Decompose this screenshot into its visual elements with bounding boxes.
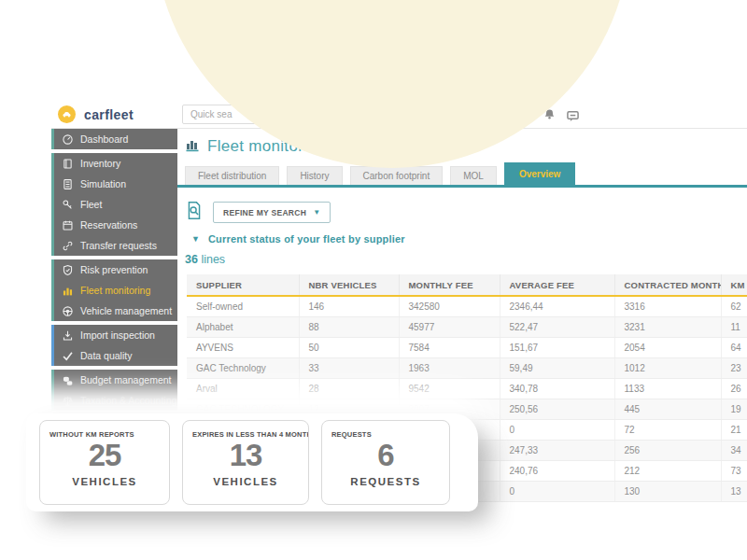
sidebar-item-budget-management[interactable]: Budget management <box>54 370 177 390</box>
sidebar-item-dashboard[interactable]: Dashboard <box>54 129 177 149</box>
table-cell: 2054 <box>614 337 721 357</box>
key-icon <box>61 199 74 211</box>
document-search-icon[interactable] <box>185 201 204 224</box>
sidebar-item-label: Taxation & Accounting <box>80 395 176 406</box>
sidebar-group: Risk preventionFleet monitoringVehicle m… <box>51 259 177 321</box>
chevron-down-icon: ▼ <box>313 208 320 217</box>
table-cell: 342580 <box>399 296 500 316</box>
sidebar-item-label: Reservations <box>80 219 137 231</box>
sidebar-item-inventory[interactable]: Inventory <box>54 153 177 174</box>
steering-wheel-icon <box>61 305 74 317</box>
sidebar-item-label: Inventory <box>80 158 120 169</box>
stat-card-value: 6 <box>322 440 449 470</box>
app-window: carfleet DashboardInventorySimulationFle… <box>0 0 747 560</box>
tab-bar: Fleet distributionHistoryCarbon footprin… <box>185 163 747 185</box>
sidebar-item-import-inspection[interactable]: Import inspection <box>54 325 177 345</box>
sidebar-item-label: Fleet <box>80 199 102 210</box>
table-cell: 23 <box>721 357 747 378</box>
sidebar-item-label: Vehicle management <box>80 305 172 316</box>
stat-card-unit: REQUESTS <box>322 476 449 487</box>
table-cell: 50 <box>299 337 399 357</box>
stat-card-expires-in-less-than-4-months: EXPIRES IN LESS THAN 4 MONTHS13VEHICLES <box>182 420 309 505</box>
table-row[interactable]: GAC Technology33196359,49101223 <box>187 357 747 378</box>
table-cell: 34 <box>721 440 747 460</box>
tab-underline <box>177 185 747 188</box>
sidebar-nav: DashboardInventorySimulationFleetReserva… <box>51 129 177 414</box>
table-cell: 13 <box>721 481 747 501</box>
section-toggle[interactable]: ▼ Current status of your fleet by suppli… <box>191 233 405 245</box>
tab-mol[interactable]: MOL <box>450 166 497 185</box>
table-cell: 62 <box>721 296 747 316</box>
download-icon <box>61 329 74 342</box>
table-row[interactable]: AYVENS507584151,67205464 <box>187 337 747 357</box>
table-cell: GAC Technology <box>187 357 299 378</box>
stat-card-value: 25 <box>40 440 169 470</box>
table-row[interactable]: Arval289542340,78113326 <box>187 378 747 399</box>
link-icon <box>61 240 74 252</box>
table-row[interactable]: Alphabet8845977522,47323111 <box>187 316 747 337</box>
sidebar-item-label: Data quality <box>80 350 132 361</box>
sidebar-item-label: Import inspection <box>80 329 155 341</box>
tab-carbon-footprint[interactable]: Carbon footprint <box>350 166 444 185</box>
table-cell: 19 <box>721 399 747 419</box>
table-cell: 21 <box>721 419 747 440</box>
lines-count-number: 36 <box>185 253 198 266</box>
table-cell: 1963 <box>399 357 500 378</box>
table-cell: 151,67 <box>500 337 614 357</box>
table-cell: Self-owned <box>187 296 299 316</box>
bar-chart-title-icon <box>185 137 201 156</box>
column-header-contracted-months[interactable]: CONTRACTED MONTHS <box>614 274 721 296</box>
sidebar-item-label: Transfer requests <box>80 240 157 251</box>
stat-card-unit: VEHICLES <box>40 476 169 487</box>
table-cell: AYVENS <box>187 337 299 357</box>
sidebar-item-vehicle-management[interactable]: Vehicle management <box>54 301 177 321</box>
chat-icon[interactable] <box>566 109 580 126</box>
dashboard-icon <box>61 133 74 146</box>
column-header-nbr-vehicles[interactable]: NBR VEHICLES <box>299 274 399 296</box>
sidebar-item-risk-prevention[interactable]: Risk prevention <box>54 259 177 280</box>
table-cell: 240,76 <box>500 460 614 481</box>
sidebar-item-reservations[interactable]: Reservations <box>54 215 177 235</box>
carfleet-logo[interactable]: carfleet <box>58 105 134 123</box>
stat-cards: WITHOUT KM REPORTS25VEHICLESEXPIRES IN L… <box>26 413 478 505</box>
column-header-monthly-fee[interactable]: MONTHLY FEE <box>399 274 500 296</box>
sidebar-item-transfer-requests[interactable]: Transfer requests <box>54 235 177 256</box>
sidebar-item-simulation[interactable]: Simulation <box>54 174 177 194</box>
table-cell: 64 <box>721 337 747 357</box>
column-header-km[interactable]: KM <box>721 274 747 296</box>
column-header-supplier[interactable]: SUPPLIER <box>187 274 299 296</box>
brand-name: carfleet <box>84 107 134 122</box>
tab-fleet-distribution[interactable]: Fleet distribution <box>185 166 279 185</box>
stat-card-label: REQUESTS <box>322 421 449 439</box>
table-cell: 256 <box>614 440 721 460</box>
table-cell: Alphabet <box>187 316 299 337</box>
table-cell: 3231 <box>614 316 721 337</box>
sidebar-item-taxation-accounting[interactable]: Taxation & Accounting <box>54 390 177 411</box>
sidebar-item-fleet-monitoring[interactable]: Fleet monitoring <box>54 280 177 301</box>
tab-overview[interactable]: Overview <box>504 162 575 185</box>
table-cell: 3316 <box>614 296 721 316</box>
stat-card-value: 13 <box>183 440 308 470</box>
lines-count-label: lines <box>201 253 225 266</box>
table-cell: 0 <box>500 481 614 501</box>
table-cell: 247,33 <box>500 440 614 460</box>
sidebar-item-label: Budget management <box>80 374 171 385</box>
tab-history[interactable]: History <box>287 166 342 185</box>
table-row[interactable]: Self-owned1463425802346,44331662 <box>187 296 747 316</box>
table-cell: 212 <box>614 460 721 481</box>
coins-icon <box>61 374 74 386</box>
table-cell: 1012 <box>614 357 721 378</box>
sidebar-item-data-quality[interactable]: Data quality <box>54 345 177 366</box>
sidebar-group: InventorySimulationFleetReservationsTran… <box>51 153 177 256</box>
stat-card-requests: REQUESTS6REQUESTS <box>321 420 450 505</box>
bar-chart-icon <box>61 285 74 297</box>
table-cell: 0 <box>500 419 614 440</box>
table-cell: 11 <box>721 316 747 337</box>
column-header-average-fee[interactable]: AVERAGE FEE <box>500 274 614 296</box>
table-cell: 28 <box>299 378 399 399</box>
stat-card-label: EXPIRES IN LESS THAN 4 MONTHS <box>183 421 308 439</box>
refine-button-label: REFINE MY SEARCH <box>223 208 306 217</box>
sidebar-item-fleet[interactable]: Fleet <box>54 194 177 215</box>
refine-my-search-button[interactable]: REFINE MY SEARCH ▼ <box>213 202 331 223</box>
table-cell: 445 <box>614 399 721 419</box>
